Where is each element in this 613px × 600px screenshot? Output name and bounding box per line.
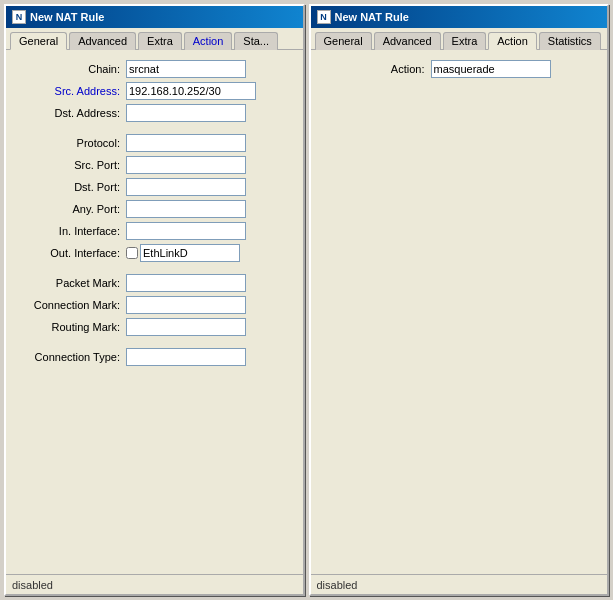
status-text-2: disabled xyxy=(317,579,358,591)
tab-general-1[interactable]: General xyxy=(10,32,67,50)
window-nat-rule-2: N New NAT Rule General Advanced Extra Ac… xyxy=(309,4,610,596)
routing-mark-label: Routing Mark: xyxy=(16,321,126,333)
in-interface-row: In. Interface: xyxy=(16,222,293,240)
out-interface-input[interactable] xyxy=(140,244,240,262)
window-icon-1: N xyxy=(12,10,26,24)
connection-mark-input[interactable] xyxy=(126,296,246,314)
connection-type-row: Connection Type: xyxy=(16,348,293,366)
connection-mark-row: Connection Mark: xyxy=(16,296,293,314)
src-address-row: Src. Address: xyxy=(16,82,293,100)
out-interface-row: Out. Interface: xyxy=(16,244,293,262)
tab-statistics-1[interactable]: Sta... xyxy=(234,32,278,50)
any-port-input[interactable] xyxy=(126,200,246,218)
src-port-row: Src. Port: xyxy=(16,156,293,174)
src-port-label: Src. Port: xyxy=(16,159,126,171)
tab-bar-1: General Advanced Extra Action Sta... xyxy=(6,28,303,50)
out-interface-label: Out. Interface: xyxy=(16,247,126,259)
dst-address-input[interactable] xyxy=(126,104,246,122)
tab-statistics-2[interactable]: Statistics xyxy=(539,32,601,50)
tab-action-1[interactable]: Action xyxy=(184,32,233,50)
dst-port-input[interactable] xyxy=(126,178,246,196)
window-icon-2: N xyxy=(317,10,331,24)
in-interface-label: In. Interface: xyxy=(16,225,126,237)
src-address-label: Src. Address: xyxy=(16,85,126,97)
out-interface-checkbox[interactable] xyxy=(126,247,138,259)
tab-bar-2: General Advanced Extra Action Statistics xyxy=(311,28,608,50)
chain-label: Chain: xyxy=(16,63,126,75)
tab-action-2[interactable]: Action xyxy=(488,32,537,50)
window-title-2: New NAT Rule xyxy=(335,11,409,23)
connection-mark-label: Connection Mark: xyxy=(16,299,126,311)
form-content-1: Chain: Src. Address: Dst. Address: Proto… xyxy=(6,50,303,574)
packet-mark-input[interactable] xyxy=(126,274,246,292)
window-title-1: New NAT Rule xyxy=(30,11,104,23)
protocol-input[interactable] xyxy=(126,134,246,152)
tab-extra-1[interactable]: Extra xyxy=(138,32,182,50)
packet-mark-row: Packet Mark: xyxy=(16,274,293,292)
tab-advanced-1[interactable]: Advanced xyxy=(69,32,136,50)
connection-type-label: Connection Type: xyxy=(16,351,126,363)
status-bar-1: disabled xyxy=(6,574,303,594)
title-bar-2: N New NAT Rule xyxy=(311,6,608,28)
status-text-1: disabled xyxy=(12,579,53,591)
src-port-input[interactable] xyxy=(126,156,246,174)
chain-row: Chain: xyxy=(16,60,293,78)
src-address-input[interactable] xyxy=(126,82,256,100)
any-port-row: Any. Port: xyxy=(16,200,293,218)
out-interface-container xyxy=(126,244,240,262)
action-input[interactable] xyxy=(431,60,551,78)
packet-mark-label: Packet Mark: xyxy=(16,277,126,289)
action-row: Action: xyxy=(321,60,598,78)
protocol-label: Protocol: xyxy=(16,137,126,149)
dst-address-label: Dst. Address: xyxy=(16,107,126,119)
form-content-2: Action: xyxy=(311,50,608,574)
dst-address-row: Dst. Address: xyxy=(16,104,293,122)
routing-mark-row: Routing Mark: xyxy=(16,318,293,336)
tab-extra-2[interactable]: Extra xyxy=(443,32,487,50)
routing-mark-input[interactable] xyxy=(126,318,246,336)
tab-general-2[interactable]: General xyxy=(315,32,372,50)
action-label: Action: xyxy=(321,63,431,75)
any-port-label: Any. Port: xyxy=(16,203,126,215)
status-bar-2: disabled xyxy=(311,574,608,594)
tab-advanced-2[interactable]: Advanced xyxy=(374,32,441,50)
dst-port-label: Dst. Port: xyxy=(16,181,126,193)
in-interface-input[interactable] xyxy=(126,222,246,240)
dst-port-row: Dst. Port: xyxy=(16,178,293,196)
chain-input[interactable] xyxy=(126,60,246,78)
window-nat-rule-1: N New NAT Rule General Advanced Extra Ac… xyxy=(4,4,305,596)
title-bar-1: N New NAT Rule xyxy=(6,6,303,28)
connection-type-input[interactable] xyxy=(126,348,246,366)
protocol-row: Protocol: xyxy=(16,134,293,152)
